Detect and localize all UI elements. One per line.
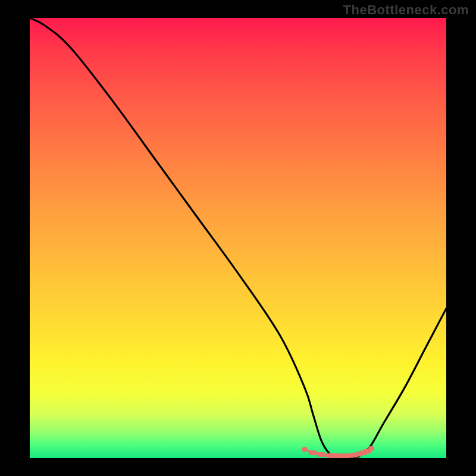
plot-area xyxy=(30,18,446,458)
optimal-marker xyxy=(309,450,317,455)
curve-layer xyxy=(30,18,446,458)
chart-frame: TheBottleneck.com xyxy=(0,0,476,476)
optimal-marker xyxy=(368,446,374,451)
optimal-marker xyxy=(302,447,308,452)
watermark-text: TheBottleneck.com xyxy=(343,2,469,18)
optimal-zone-markers xyxy=(302,446,374,458)
bottleneck-curve xyxy=(30,18,446,458)
